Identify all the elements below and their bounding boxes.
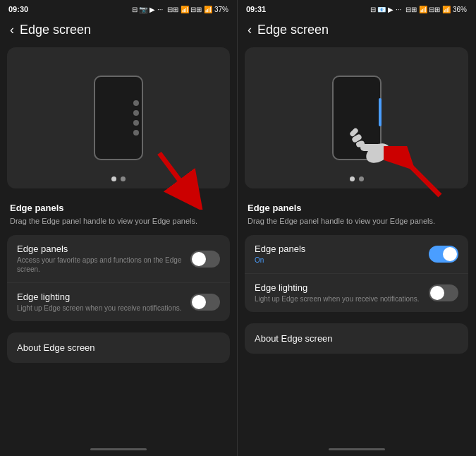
- left-edge-panels-text: Edge panels Access your favorite apps an…: [17, 244, 183, 274]
- right-edge-lighting-sublabel: Light up Edge screen when you receive no…: [255, 294, 422, 304]
- right-nav-bar: ‹ Edge screen: [238, 17, 475, 43]
- right-back-button[interactable]: ‹: [248, 23, 252, 37]
- left-edge-lighting-toggle[interactable]: [190, 294, 220, 311]
- left-about-button[interactable]: About Edge screen: [7, 332, 230, 363]
- right-status-icons: ⊟ 📧 ▶ ··· ⊟⊞ 📶 ⊟⊞ 📶 36%: [370, 6, 467, 13]
- right-bottom-bar: [238, 442, 475, 456]
- right-time: 09:31: [246, 5, 266, 13]
- right-edge-lighting-toggle[interactable]: [429, 284, 458, 301]
- right-phone-screen: 09:31 ⊟ 📧 ▶ ··· ⊟⊞ 📶 ⊟⊞ 📶 36% ‹ Edge scr…: [238, 0, 475, 456]
- right-battery: ⊟⊞ 📶 36%: [429, 6, 467, 13]
- right-edge-lighting-label: Edge lighting: [255, 282, 422, 293]
- right-edge-panels-toggle[interactable]: [429, 246, 458, 263]
- right-edge-panels-item[interactable]: Edge panels On: [245, 235, 468, 274]
- left-status-bar: 09:30 ⊟ 📷 ▶ ··· ⊟⊞ 📶 ⊟⊞ 📶 37%: [0, 0, 237, 17]
- left-edge-panels-toggle[interactable]: [190, 251, 220, 268]
- dot-2: [133, 110, 139, 116]
- dot-1: [133, 100, 139, 106]
- dot-ind-2: [121, 176, 126, 181]
- right-illustration-container: [332, 76, 382, 160]
- left-settings-group: Edge panels Access your favorite apps an…: [7, 235, 230, 321]
- right-edge-panels-label: Edge panels: [255, 244, 422, 254]
- left-section-text: Drag the Edge panel handle to view your …: [10, 216, 227, 227]
- left-page-title: Edge screen: [20, 23, 91, 37]
- left-time: 09:30: [8, 5, 28, 13]
- right-dot-ind-1: [350, 176, 355, 181]
- left-red-arrow: [145, 146, 209, 210]
- left-edge-panels-sublabel: Access your favorite apps and functions …: [17, 256, 183, 274]
- left-status-icons: ⊟ 📷 ▶ ··· ⊟⊞ 📶 ⊟⊞ 📶 37%: [132, 6, 228, 13]
- right-red-arrow: [384, 146, 454, 203]
- right-edge-lighting-item[interactable]: Edge lighting Light up Edge screen when …: [245, 274, 468, 312]
- right-dots-indicator: [350, 176, 364, 181]
- left-signal-icons: ⊟ 📷 ▶ ··· ⊟⊞ 📶 ⊟⊞ 📶 37%: [132, 6, 228, 13]
- right-settings-group: Edge panels On Edge lighting Light up Ed…: [245, 235, 468, 312]
- left-phone-screen: 09:30 ⊟ 📷 ▶ ··· ⊟⊞ 📶 ⊟⊞ 📶 37% ‹ Edge scr…: [0, 0, 238, 456]
- left-back-button[interactable]: ‹: [10, 23, 14, 37]
- left-home-indicator: [90, 448, 147, 450]
- left-edge-panels-label: Edge panels: [17, 244, 183, 254]
- dot-3: [133, 120, 139, 126]
- right-preview-area: [245, 47, 468, 188]
- svg-line-1: [159, 153, 191, 196]
- right-about-button[interactable]: About Edge screen: [245, 323, 468, 354]
- right-dot-ind-2: [359, 176, 364, 181]
- right-edge-panels-text: Edge panels On: [255, 244, 422, 265]
- svg-line-8: [401, 157, 440, 196]
- left-edge-lighting-text: Edge lighting Light up Edge screen when …: [17, 292, 183, 313]
- left-nav-bar: ‹ Edge screen: [0, 17, 237, 43]
- left-battery: ⊟⊞ 📶 37%: [190, 6, 228, 13]
- right-section-title: Edge panels: [248, 203, 465, 213]
- right-signal-icons: ⊟ 📧 ▶ ··· ⊟⊞ 📶 ⊟⊞ 📶 36%: [370, 6, 467, 13]
- right-page-title: Edge screen: [257, 23, 329, 37]
- left-bottom-bar: [0, 442, 237, 456]
- right-edge-lighting-text: Edge lighting Light up Edge screen when …: [255, 282, 422, 304]
- dot-4: [133, 130, 139, 136]
- right-edge-panels-sublabel: On: [255, 256, 422, 265]
- left-phone-illustration: [94, 76, 143, 160]
- left-preview-area: [7, 47, 230, 188]
- right-home-indicator: [329, 448, 385, 450]
- left-dots-indicator: [111, 176, 126, 181]
- right-status-bar: 09:31 ⊟ 📧 ▶ ··· ⊟⊞ 📶 ⊟⊞ 📶 36%: [238, 0, 475, 17]
- left-edge-lighting-sublabel: Light up Edge screen when you receive no…: [17, 304, 183, 313]
- dot-ind-1: [111, 176, 116, 181]
- right-section-text: Drag the Edge panel handle to view your …: [248, 216, 465, 227]
- left-edge-lighting-item[interactable]: Edge lighting Light up Edge screen when …: [7, 283, 230, 321]
- left-edge-panels-item[interactable]: Edge panels Access your favorite apps an…: [7, 235, 230, 283]
- left-edge-lighting-label: Edge lighting: [17, 292, 183, 302]
